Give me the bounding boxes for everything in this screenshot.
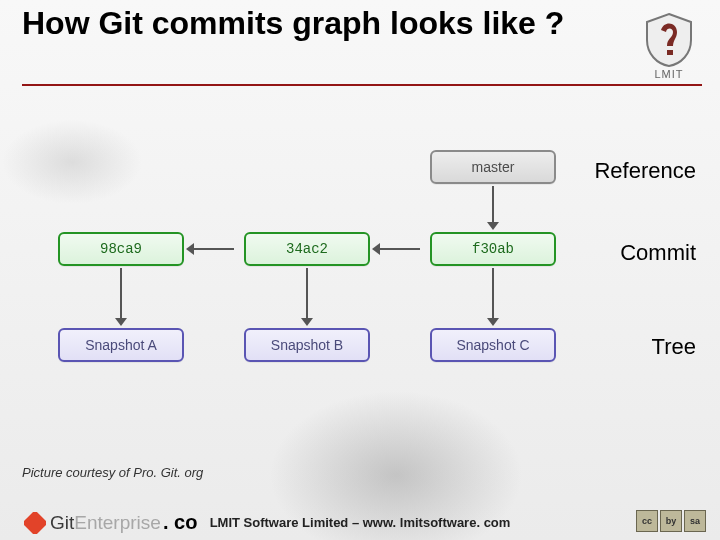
lmit-logo: LMIT <box>634 10 704 84</box>
arrow-commit3-to-commit2 <box>380 248 420 250</box>
footer-center-text: LMIT Software Limited – www. lmitsoftwar… <box>210 515 511 530</box>
brand-git: Git <box>50 512 74 533</box>
commit-1: 98ca9 <box>58 232 184 266</box>
tree-b: Snapshot B <box>244 328 370 362</box>
slide: How Git commits graph looks like ? LMIT … <box>0 0 720 540</box>
commit-sha: f30ab <box>472 241 514 257</box>
title-area: How Git commits graph looks like ? <box>22 6 582 42</box>
tree-c: Snapshot C <box>430 328 556 362</box>
ref-master: master <box>430 150 556 184</box>
brand-text: GitEnterprise <box>50 512 161 534</box>
lmit-logo-text: LMIT <box>654 68 683 80</box>
cc-sa-icon: sa <box>684 510 706 532</box>
title-underline <box>22 84 702 86</box>
tree-label: Snapshot C <box>456 337 529 353</box>
git-icon <box>24 512 46 534</box>
label-reference: Reference <box>594 158 696 184</box>
ref-label: master <box>472 159 515 175</box>
brand-enterprise: Enterprise <box>74 512 161 533</box>
commit-2: 34ac2 <box>244 232 370 266</box>
label-commit: Commit <box>620 240 696 266</box>
tree-label: Snapshot A <box>85 337 157 353</box>
brand-dotcom: . co <box>163 511 197 534</box>
lmit-shield-icon <box>639 10 699 70</box>
cc-by-icon: by <box>660 510 682 532</box>
footer: GitEnterprise . co LMIT Software Limited… <box>0 492 720 540</box>
arrow-commit2-to-commit1 <box>194 248 234 250</box>
commit-sha: 34ac2 <box>286 241 328 257</box>
cc-license-badge: cc by sa <box>636 510 706 532</box>
picture-courtesy: Picture courtesy of Pro. Git. org <box>22 465 203 480</box>
commit-graph-diagram: master 98ca9 34ac2 f30ab Snapshot A Snap… <box>58 150 558 450</box>
cc-cc-icon: cc <box>636 510 658 532</box>
gitenterprise-brand: GitEnterprise . co <box>24 511 197 534</box>
commit-sha: 98ca9 <box>100 241 142 257</box>
commit-3: f30ab <box>430 232 556 266</box>
tree-a: Snapshot A <box>58 328 184 362</box>
arrow-commit2-to-tree <box>306 268 308 318</box>
arrow-commit3-to-tree <box>492 268 494 318</box>
arrow-master-to-commit <box>492 186 494 222</box>
svg-rect-0 <box>24 512 46 534</box>
tree-label: Snapshot B <box>271 337 343 353</box>
slide-title: How Git commits graph looks like ? <box>22 6 582 42</box>
arrow-commit1-to-tree <box>120 268 122 318</box>
label-tree: Tree <box>652 334 696 360</box>
